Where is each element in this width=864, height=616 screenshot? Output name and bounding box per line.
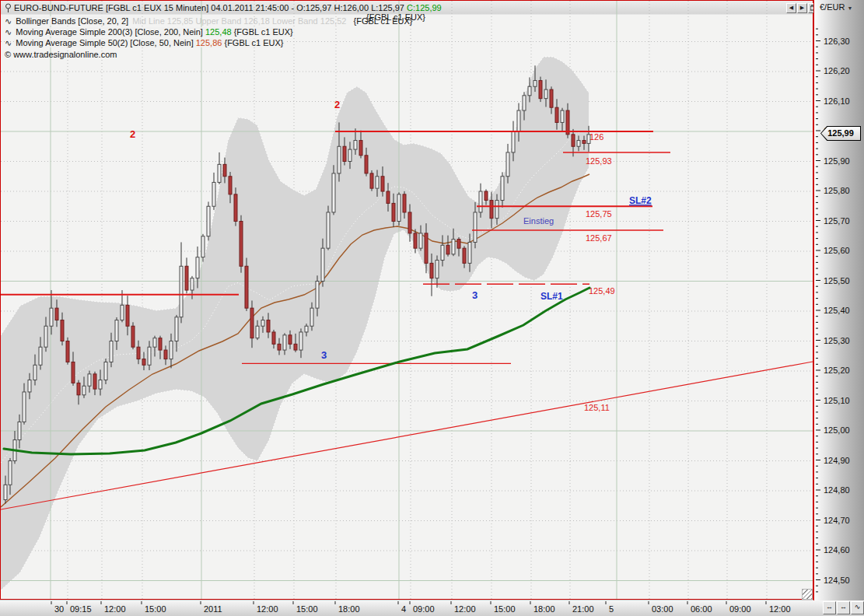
- time-label: 09:00: [413, 604, 435, 614]
- svg-text:124,50: 124,50: [824, 576, 850, 585]
- time-label: 30: [54, 604, 64, 614]
- time-label: 15:00: [145, 604, 166, 614]
- time-label: 15:00: [494, 604, 516, 614]
- svg-text:125,20: 125,20: [824, 366, 850, 375]
- chart-symbol-tag: {FGBL c1 EUX}: [366, 12, 425, 22]
- ma50-label: Moving Average Simple 50(2) [Close, 50, …: [16, 38, 196, 47]
- svg-text:126,30: 126,30: [824, 37, 850, 46]
- wave-icon: ∿: [5, 38, 12, 48]
- resize-grip-icon[interactable]: [802, 589, 813, 600]
- svg-text:126,20: 126,20: [824, 66, 850, 75]
- time-axis[interactable]: 3009:1512:0015:00201112:0015:0018:00409:…: [0, 600, 864, 616]
- svg-text:124,60: 124,60: [824, 545, 850, 555]
- time-axis-ticks: 3009:1512:0015:00201112:0015:0018:00409:…: [0, 600, 817, 616]
- last-price-tag: 125,99: [820, 126, 861, 141]
- svg-text:124,70: 124,70: [824, 516, 850, 525]
- wave-tool-button[interactable]: ∿: [851, 601, 864, 614]
- expand-scale-button[interactable]: ↔: [837, 601, 850, 614]
- svg-text:125,93: 125,93: [586, 156, 612, 166]
- annotation-einstieg: Einstieg: [523, 216, 554, 226]
- annotation-sl-2: SL#2: [629, 195, 652, 206]
- plot-area[interactable]: 125,11126125,93125,75125,67125,492233SL#…: [0, 0, 813, 600]
- annotation-3: 3: [472, 289, 477, 301]
- time-label: 12:00: [257, 604, 278, 614]
- price-axis[interactable]: €/EUR ▼ 124,50124,60124,70124,80124,9012…: [813, 0, 864, 600]
- time-label: 21:00: [572, 604, 594, 614]
- time-label: 03:00: [652, 604, 673, 614]
- bollinger-cloud: [1, 57, 589, 590]
- svg-text:125,75: 125,75: [586, 209, 612, 219]
- ma50-symbol-tag: {FGBL c1 EUX}: [222, 38, 283, 47]
- grid-solid: [1, 1, 813, 599]
- time-label: 4: [401, 604, 406, 614]
- svg-text:126: 126: [589, 132, 603, 142]
- instrument-title: EURO-BUND-FUTURE [FGBL c1 EUX 15 Minuten…: [14, 3, 407, 12]
- time-label: 12:00: [769, 604, 791, 614]
- svg-text:125,60: 125,60: [824, 246, 850, 255]
- annotation-2: 2: [334, 99, 340, 110]
- time-label: 12:00: [454, 604, 476, 614]
- time-label: 09:00: [729, 604, 751, 614]
- bollinger-label: Bollinger Bands [Close, 20, 2]: [14, 16, 130, 26]
- compress-scale-button[interactable]: ↔: [823, 601, 836, 614]
- bollinger-ghost-values: Mid Line 125,85 Upper Band 126,18 Lower …: [132, 16, 346, 26]
- ma200-label: Moving Average Simple 200(3) [Close, 200…: [16, 27, 205, 37]
- svg-text:125,00: 125,00: [824, 425, 850, 435]
- svg-text:126,10: 126,10: [824, 96, 850, 106]
- svg-text:124,80: 124,80: [824, 485, 850, 495]
- pin-icon: [5, 3, 12, 14]
- close-value: C:125,99: [407, 3, 442, 12]
- legend-ma200-row[interactable]: ∿Moving Average Simple 200(3) [Close, 20…: [5, 27, 295, 37]
- time-label: 09:15: [70, 604, 92, 614]
- ma200-symbol-tag: {FGBL c1 EUX}: [232, 27, 293, 37]
- annotation-3: 3: [321, 349, 327, 361]
- svg-text:125,80: 125,80: [824, 186, 850, 195]
- svg-text:124,90: 124,90: [824, 456, 850, 465]
- time-label: 18:00: [533, 604, 555, 614]
- annotation-2: 2: [130, 128, 135, 140]
- time-label: 12:00: [104, 604, 126, 614]
- legend-ma50-row[interactable]: ∿Moving Average Simple 50(2) [Close, 50,…: [5, 38, 285, 48]
- chart-window: 125,11126125,93125,75125,67125,492233SL#…: [0, 0, 864, 616]
- ma200-value: 125,48: [205, 27, 232, 37]
- svg-text:125,49: 125,49: [589, 286, 615, 296]
- time-label: 06:00: [691, 604, 712, 614]
- last-price-value: 125,99: [821, 127, 860, 140]
- svg-text:125,11: 125,11: [584, 403, 610, 412]
- time-label: 5: [609, 604, 614, 614]
- svg-text:125,40: 125,40: [824, 306, 850, 315]
- price-axis-ticks: 124,50124,60124,70124,80124,90125,00125,…: [814, 0, 864, 600]
- time-label: 2011: [204, 604, 222, 614]
- time-label: 15:00: [296, 604, 318, 614]
- svg-text:125,10: 125,10: [824, 396, 850, 405]
- svg-text:125,30: 125,30: [824, 336, 850, 345]
- svg-text:125,70: 125,70: [824, 216, 850, 226]
- chart-canvas[interactable]: 125,11126125,93125,75125,67125,492233SL#…: [1, 1, 813, 599]
- bottom-toolbar: ↔ ↔ ∿: [823, 601, 864, 614]
- legend-copyright-row: © www.tradesignalonline.com: [5, 50, 117, 59]
- ma50-value: 125,86: [196, 38, 222, 47]
- scroll-left-button[interactable]: ◀: [786, 3, 796, 13]
- annotation-sl-1: SL#1: [540, 291, 563, 302]
- scroll-right-button[interactable]: ▶: [797, 3, 807, 13]
- svg-text:125,50: 125,50: [824, 276, 850, 285]
- svg-text:125,90: 125,90: [824, 156, 850, 166]
- copyright-text: © www.tradesignalonline.com: [5, 50, 117, 59]
- time-label: 18:00: [338, 604, 360, 614]
- legend-bollinger-row[interactable]: ∿Bollinger Bands [Close, 20, 2] Mid Line…: [5, 16, 413, 26]
- svg-text:125,67: 125,67: [586, 233, 612, 243]
- wave-icon: ∿: [5, 27, 12, 37]
- wave-icon: ∿: [5, 16, 12, 26]
- grid-dotted: [1, 1, 813, 599]
